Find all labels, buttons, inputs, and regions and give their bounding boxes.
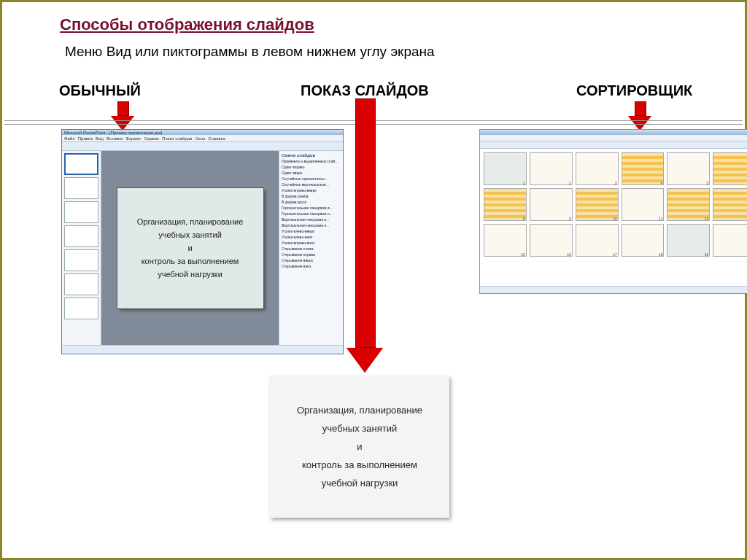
slide-thumbnail	[64, 153, 98, 175]
slide-thumbnail	[667, 152, 710, 185]
menu-item: Показ слайдов	[162, 136, 192, 141]
slide-thumbnail	[713, 224, 747, 257]
task-pane: Смена слайдов Применить к выделенным сла…	[279, 151, 343, 345]
slide-line: учебной нагрузки	[322, 478, 398, 489]
menu-item: Вставка	[107, 136, 123, 141]
task-pane-item: Открывание справа	[282, 252, 341, 257]
toolbar	[62, 142, 343, 151]
slide-subtitle: Меню Вид или пиктограммы в левом нижнем …	[65, 44, 435, 60]
status-bar	[62, 345, 343, 354]
slide-thumbnail	[622, 224, 665, 257]
slide-thumbnail	[530, 152, 573, 185]
menu-item: Справка	[208, 136, 225, 141]
menu-bar: Файл Правка Вид Вставка Формат Сервис По…	[62, 135, 343, 142]
menu-item: Формат	[125, 136, 141, 141]
slide-thumbnail	[530, 224, 573, 257]
slide-content-box: Организация, планирование учебных заняти…	[117, 188, 263, 308]
task-pane-item: Уголки влево-вверх	[282, 229, 341, 233]
sorter-grid	[480, 149, 747, 286]
arrow-down-icon	[347, 98, 383, 373]
task-pane-item: Горизонтальная панорама н...	[282, 211, 341, 216]
menu-item: Вид	[96, 136, 104, 141]
slide-thumbnail	[484, 152, 527, 185]
slide-thumbnail	[576, 152, 619, 185]
menu-bar	[480, 135, 747, 141]
slide-thumbnail	[622, 152, 665, 185]
slide-thumbnail	[64, 298, 98, 319]
task-pane-item: Открывание вверх	[282, 258, 341, 262]
column-heading-normal: ОБЫЧНЫЙ	[59, 82, 141, 99]
powerpoint-sorter-view-screenshot	[479, 129, 747, 294]
slide-line: учебных занятий	[158, 230, 222, 239]
task-pane-title: Смена слайдов	[282, 153, 341, 158]
window-titlebar	[480, 130, 747, 135]
task-pane-item: Уголки вправо-вниз	[282, 241, 341, 245]
arrow-down-icon	[111, 101, 134, 131]
slide-thumbnail	[576, 224, 619, 257]
slide-thumbnail	[713, 152, 747, 185]
column-heading-slideshow: ПОКАЗ СЛАЙДОВ	[301, 82, 429, 99]
task-pane-item: Сдвиг вправо	[282, 165, 341, 169]
slide-thumbnail	[64, 225, 98, 247]
task-pane-item: В форме ромба	[282, 194, 341, 198]
task-pane-item: Открывание слева	[282, 246, 341, 251]
slide-thumbnail	[484, 224, 527, 257]
slide-thumbnail	[576, 188, 619, 221]
slide-line: Организация, планирование	[137, 217, 244, 226]
menu-item: Окно	[195, 136, 205, 141]
powerpoint-normal-view-screenshot: Microsoft PowerPoint - [Пример презентац…	[61, 129, 344, 354]
task-pane-item: Сдвиг вверх	[282, 171, 341, 175]
slide-line: контроль за выполнением	[142, 257, 239, 265]
task-pane-item: В форме круга	[282, 200, 341, 204]
slide-line: Организация, планирование	[297, 405, 422, 416]
menu-item: Сервис	[144, 136, 160, 141]
task-pane-item: Случайные вертикальные...	[282, 182, 341, 187]
slide-thumbnail	[713, 188, 747, 221]
slide-line: и	[357, 441, 362, 452]
slide-line: контроль за выполнением	[302, 459, 417, 470]
task-pane-item: Горизонтальная панорама в...	[282, 206, 341, 210]
presentation-slide: Способы отображения слайдов Меню Вид или…	[0, 0, 747, 560]
slide-thumbnail	[530, 188, 573, 221]
slideshow-view-box: Организация, планирование учебных заняти…	[270, 376, 449, 518]
slide-title: Способы отображения слайдов	[60, 15, 314, 34]
slide-thumbnail	[484, 188, 527, 221]
slide-thumbnails-pane	[62, 151, 101, 345]
slide-line: учебных занятий	[322, 423, 397, 434]
slide-canvas: Организация, планирование учебных заняти…	[101, 151, 279, 345]
menu-item: Правка	[78, 136, 93, 141]
slide-thumbnail	[64, 273, 98, 295]
menu-item: Файл	[64, 136, 75, 141]
arrow-down-icon	[628, 101, 651, 131]
slide-thumbnail	[622, 188, 665, 221]
slide-thumbnail	[667, 188, 710, 221]
task-pane-item: Вертикальная панорама н...	[282, 223, 341, 228]
task-pane-item: Вертикальная панорама в...	[282, 217, 341, 222]
task-pane-item: Применить к выделенным слайдам	[282, 159, 341, 163]
task-pane-item: Случайные горизонтальн...	[282, 176, 341, 181]
toolbar	[480, 141, 747, 149]
slide-thumbnail	[64, 249, 98, 271]
task-pane-item: Уголки вправо-вверх	[282, 188, 341, 192]
status-bar	[480, 286, 747, 293]
slide-line: учебной нагрузки	[158, 270, 222, 279]
task-pane-item: Уголки влево-вниз	[282, 235, 341, 239]
window-title: Microsoft PowerPoint - [Пример презентац…	[64, 131, 162, 135]
slide-line: и	[187, 244, 192, 252]
slide-thumbnail	[667, 224, 710, 257]
window-titlebar: Microsoft PowerPoint - [Пример презентац…	[62, 130, 343, 135]
slide-thumbnail	[64, 177, 98, 199]
task-pane-item: Открывание вниз	[282, 264, 341, 268]
slide-thumbnail	[64, 201, 98, 223]
column-heading-sorter: СОРТИРОВЩИК	[576, 82, 692, 99]
